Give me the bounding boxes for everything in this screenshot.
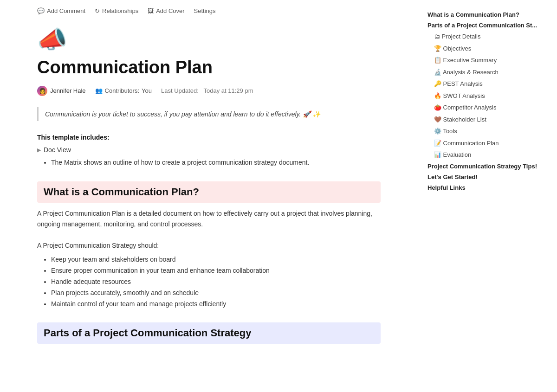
callout-text: Communication is your ticket to success,… — [45, 110, 320, 118]
relationships-button[interactable]: ↻ Relationships — [95, 7, 138, 14]
last-updated: Last Updated: Today at 11:29 pm — [161, 87, 253, 94]
template-heading-text: This template includes: — [37, 134, 110, 141]
add-cover-label: Add Cover — [156, 7, 184, 14]
section2-heading: Parts of a Project Communication Strateg… — [37, 322, 381, 344]
contributors-value: You — [142, 87, 152, 94]
page-emoji: 📣 — [37, 18, 381, 55]
contributors-label: Contributors: — [105, 87, 139, 94]
toc-item-3[interactable]: 🏆 Objectives — [427, 43, 540, 55]
template-bullet-list: The Matrix shows an outline of how to cr… — [46, 157, 381, 168]
toggle-item[interactable]: ▶ Doc View — [37, 146, 381, 154]
callout-block: Communication is your ticket to success,… — [37, 107, 381, 121]
toc-item-10[interactable]: ⚙️ Tools — [427, 125, 540, 137]
author-name: Jennifer Hale — [50, 87, 86, 94]
toggle-label[interactable]: Doc View — [44, 146, 71, 154]
list-item: Ensure proper communication in your team… — [51, 265, 381, 276]
comment-icon: 💬 — [37, 7, 45, 14]
toc-item-6[interactable]: 🔑 PEST Analysis — [427, 78, 540, 90]
list-item: Keep your team and stakeholders on board — [51, 254, 381, 265]
toc-item-11[interactable]: 📝 Communication Plan — [427, 137, 540, 149]
list-item: Handle adequate resources — [51, 276, 381, 288]
toc-item-14[interactable]: Let's Get Started! — [427, 172, 540, 182]
section1-heading: What is a Communication Plan? — [37, 181, 381, 203]
author-info: 👩 Jennifer Hale — [37, 86, 86, 96]
toc-item-15[interactable]: Helpful Links — [427, 182, 540, 193]
toc-item-9[interactable]: 🤎 Stakeholder List — [427, 114, 540, 126]
settings-label: Settings — [194, 7, 216, 14]
image-icon: 🖼 — [148, 7, 154, 14]
last-updated-value: Today at 11:29 pm — [204, 87, 253, 94]
list-item: Plan projects accurately, smoothly and o… — [51, 288, 381, 299]
main-content: 💬 Add Comment ↻ Relationships 🖼 Add Cove… — [0, 0, 418, 392]
toc-item-13[interactable]: Project Communication Strategy Tips! — [427, 161, 540, 172]
toc-item-0[interactable]: What is a Communication Plan? — [427, 9, 540, 20]
table-of-contents: What is a Communication Plan?Parts of a … — [418, 0, 548, 392]
section1-para2: A Project Communication Strategy should: — [37, 240, 381, 251]
avatar: 👩 — [37, 86, 47, 96]
list-item: The Matrix shows an outline of how to cr… — [51, 157, 381, 168]
list-item: Maintain control of your team and manage… — [51, 299, 381, 310]
page-title: Communication Plan — [37, 57, 381, 78]
relationships-label: Relationships — [102, 7, 138, 14]
relationships-icon: ↻ — [95, 7, 100, 14]
add-comment-label: Add Comment — [47, 7, 85, 14]
toc-item-5[interactable]: 🔬 Analysis & Research — [427, 66, 540, 78]
section1-para1: A Project Communication Plan is a detail… — [37, 208, 381, 229]
contributors-info: 👥 Contributors: You — [95, 87, 152, 94]
add-comment-button[interactable]: 💬 Add Comment — [37, 7, 85, 14]
toolbar: 💬 Add Comment ↻ Relationships 🖼 Add Cove… — [37, 0, 381, 18]
toc-item-4[interactable]: 📋 Executive Summary — [427, 54, 540, 66]
toc-item-1[interactable]: Parts of a Project Communication St... — [427, 20, 540, 31]
template-heading: This template includes: — [37, 132, 381, 142]
section1-bullet-list: Keep your team and stakeholders on board… — [46, 254, 381, 309]
toggle-arrow-icon[interactable]: ▶ — [37, 147, 41, 153]
toc-item-7[interactable]: 🔥 SWOT Analysis — [427, 90, 540, 102]
toc-item-2[interactable]: 🗂 Project Details — [427, 31, 540, 43]
meta-row: 👩 Jennifer Hale 👥 Contributors: You Last… — [37, 86, 381, 96]
settings-button[interactable]: Settings — [194, 7, 216, 14]
toc-item-12[interactable]: 📊 Evaluation — [427, 149, 540, 161]
add-cover-button[interactable]: 🖼 Add Cover — [148, 7, 184, 14]
last-updated-label: Last Updated: — [161, 87, 199, 94]
toc-item-8[interactable]: 🍅 Competitor Analysis — [427, 102, 540, 114]
people-icon: 👥 — [95, 87, 103, 94]
